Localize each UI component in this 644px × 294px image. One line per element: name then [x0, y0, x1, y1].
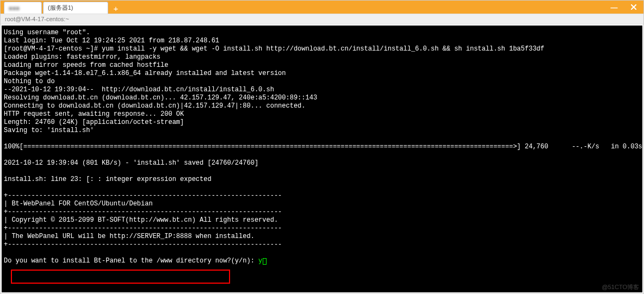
terminal[interactable]: Using username "root". Last login: Tue O… [2, 26, 642, 292]
close-button[interactable] [624, 1, 643, 14]
tab-strip: ■■■ (服务器1) + [1, 1, 122, 14]
title-bar: ■■■ (服务器1) + — [1, 1, 643, 14]
app-window: ■■■ (服务器1) + — root@VM-4-17-centos:~ Usi… [0, 0, 644, 294]
window-controls: — [604, 1, 643, 14]
tab-inactive-label: ■■■ [9, 5, 20, 11]
tab-inactive[interactable]: ■■■ [4, 2, 42, 14]
close-icon [631, 4, 636, 10]
path-bar: root@VM-4-17-centos:~ [1, 14, 643, 24]
minimize-icon: — [611, 3, 618, 11]
path-text: root@VM-4-17-centos:~ [5, 16, 69, 22]
plus-icon: + [114, 4, 119, 13]
add-tab-button[interactable]: + [109, 3, 122, 14]
tab-active[interactable]: (服务器1) [43, 2, 108, 14]
terminal-wrapper: Using username "root". Last login: Tue O… [1, 24, 643, 293]
tab-active-label: (服务器1) [48, 4, 73, 12]
watermark: @51CTO博客 [602, 283, 639, 291]
minimize-button[interactable]: — [604, 1, 624, 14]
